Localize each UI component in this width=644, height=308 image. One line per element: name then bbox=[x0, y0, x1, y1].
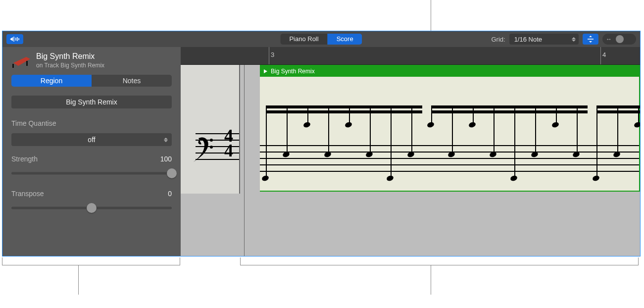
svg-point-7 bbox=[210, 139, 213, 142]
score-editor-window: Piano Roll Score Grid: 1/16 Note ↔ bbox=[2, 31, 641, 257]
inspector-tabs: Region Notes bbox=[11, 75, 172, 87]
playhead[interactable] bbox=[244, 65, 245, 256]
svg-point-8 bbox=[210, 146, 213, 149]
instrument-icon bbox=[11, 52, 31, 68]
region-header[interactable]: Big Synth Remix bbox=[260, 66, 639, 77]
time-quantise-label: Time Quantise bbox=[11, 119, 172, 127]
transpose-label: Transpose bbox=[11, 190, 44, 198]
svg-rect-5 bbox=[12, 64, 14, 68]
toggle-knob bbox=[616, 35, 624, 43]
region-subtitle: on Track Big Synth Remix bbox=[36, 62, 104, 69]
ruler[interactable]: 3 4 bbox=[181, 47, 640, 65]
play-icon bbox=[263, 69, 268, 74]
chevron-updown-icon bbox=[164, 138, 168, 142]
callout-bracket-inspector bbox=[2, 265, 180, 265]
view-mode-segmented: Piano Roll Score bbox=[280, 34, 362, 45]
vertical-autozoom-button[interactable] bbox=[583, 34, 598, 45]
ruler-marker-4: 4 bbox=[602, 51, 606, 58]
score-display[interactable]: 3 4 4 4 bbox=[181, 47, 640, 256]
editor-toolbar: Piano Roll Score Grid: 1/16 Note ↔ bbox=[2, 31, 640, 47]
transpose-value: 0 bbox=[168, 190, 172, 198]
ruler-marker-3: 3 bbox=[271, 51, 274, 58]
time-quantise-dropdown[interactable]: off bbox=[11, 133, 172, 146]
grid-label: Grid: bbox=[491, 36, 505, 43]
svg-rect-6 bbox=[26, 61, 28, 66]
transpose-slider[interactable] bbox=[11, 203, 172, 213]
region-header-label: Big Synth Remix bbox=[271, 68, 315, 75]
callout-bracket-score bbox=[240, 265, 639, 265]
strength-value: 100 bbox=[160, 155, 172, 163]
time-sig-den: 4 bbox=[224, 144, 233, 157]
grid-value: 1/16 Note bbox=[514, 36, 542, 43]
strength-slider[interactable] bbox=[11, 168, 172, 179]
midi-region[interactable]: Big Synth Remix bbox=[260, 65, 640, 192]
bass-clef-icon bbox=[193, 134, 217, 164]
grid-dropdown[interactable]: 1/16 Note bbox=[509, 34, 579, 45]
horizontal-autozoom-toggle[interactable]: ↔ bbox=[602, 34, 636, 45]
catch-playhead-button[interactable] bbox=[6, 34, 23, 44]
tab-region[interactable]: Region bbox=[11, 75, 92, 87]
clef-gutter: 4 4 bbox=[181, 65, 240, 194]
inspector-panel: Big Synth Remix on Track Big Synth Remix… bbox=[2, 47, 181, 256]
callout-line-top bbox=[431, 0, 431, 31]
strength-label: Strength bbox=[11, 155, 38, 163]
chevron-updown-icon bbox=[572, 37, 576, 42]
tab-notes[interactable]: Notes bbox=[92, 75, 172, 87]
region-name-field[interactable]: Big Synth Remix bbox=[11, 96, 172, 108]
tab-score[interactable]: Score bbox=[328, 34, 362, 45]
tab-piano-roll[interactable]: Piano Roll bbox=[280, 34, 327, 45]
region-title: Big Synth Remix bbox=[36, 52, 104, 61]
hzoom-icon: ↔ bbox=[604, 36, 614, 43]
